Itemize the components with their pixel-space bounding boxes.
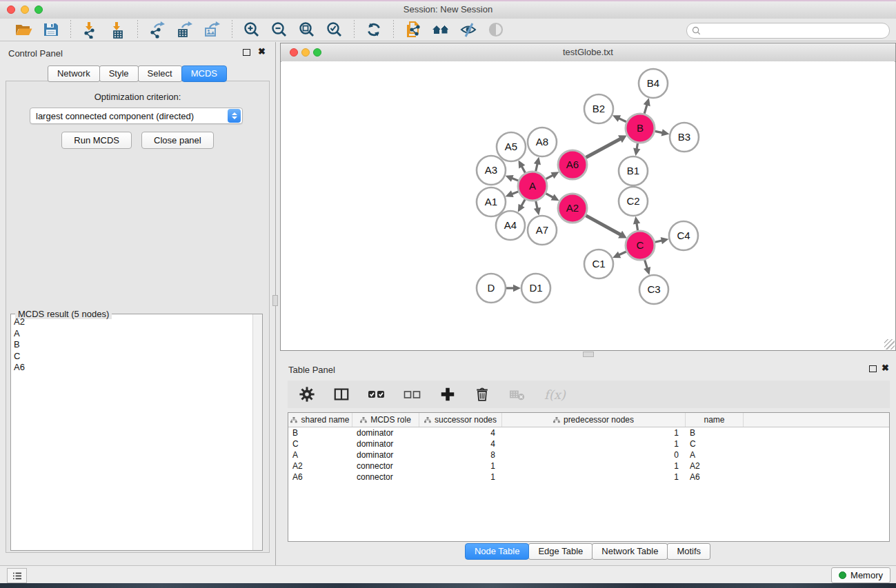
result-item-b[interactable]: B — [11, 339, 253, 351]
select-all-rows-button[interactable] — [368, 385, 386, 403]
node-A6[interactable]: A6 — [558, 150, 587, 179]
table-settings-button[interactable] — [299, 386, 315, 403]
column-visibility-button[interactable] — [333, 386, 350, 403]
close-table-panel-icon[interactable]: ✖ — [882, 363, 889, 373]
tab-mcds[interactable]: MCDS — [181, 65, 227, 82]
delete-column-button[interactable] — [474, 385, 490, 403]
deselect-all-rows-button[interactable] — [404, 385, 421, 403]
edge-A-A1[interactable] — [506, 190, 519, 197]
zoom-selected-button[interactable] — [321, 19, 348, 40]
import-network-button[interactable] — [77, 19, 104, 40]
float-panel-icon[interactable] — [243, 49, 250, 56]
edge-A-A4[interactable] — [518, 199, 525, 212]
window-resize-grip[interactable] — [884, 339, 895, 349]
node-C4[interactable]: C4 — [669, 221, 698, 250]
edge-A2-C[interactable] — [586, 216, 626, 239]
node-B[interactable]: B — [626, 114, 655, 143]
edge-D-D1[interactable] — [506, 285, 521, 292]
node-B3[interactable]: B3 — [670, 123, 699, 152]
new-network-from-selection-button[interactable] — [399, 19, 427, 40]
edge-C-C2[interactable] — [633, 216, 640, 231]
tab-motifs[interactable]: Motifs — [667, 543, 710, 560]
network-window-titlebar[interactable]: testGlobe.txt — [281, 43, 895, 62]
edge-A6-B[interactable] — [586, 135, 626, 157]
node-A3[interactable]: A3 — [477, 156, 506, 185]
node-A[interactable]: A — [518, 172, 547, 201]
node-table[interactable]: shared nameMCDS rolesuccessor nodesprede… — [288, 412, 890, 542]
zoom-out-button[interactable] — [266, 19, 293, 40]
result-scrollbar[interactable] — [252, 314, 262, 550]
tab-edge-table[interactable]: Edge Table — [528, 543, 593, 560]
node-B1[interactable]: B1 — [619, 156, 648, 185]
edge-A-A6[interactable] — [546, 172, 559, 179]
tab-select[interactable]: Select — [138, 65, 182, 82]
criterion-dropdown[interactable]: largest connected component (directed) — [30, 108, 243, 124]
result-item-a2[interactable]: A2 — [11, 316, 253, 328]
node-C[interactable]: C — [626, 231, 655, 260]
edge-C-C1[interactable] — [613, 252, 626, 258]
zoom-fit-button[interactable] — [293, 19, 321, 40]
table-row-c[interactable]: Cdominator41C — [288, 438, 889, 449]
edge-A-A2[interactable] — [546, 194, 559, 201]
memory-button[interactable]: Memory — [831, 567, 890, 583]
table-row-a2[interactable]: A2connector11A2 — [288, 460, 889, 472]
horizontal-splitter-grip[interactable] — [583, 352, 594, 357]
import-table-button[interactable] — [104, 19, 132, 40]
table-row-b[interactable]: Bdominator41B — [288, 427, 889, 438]
save-session-button[interactable] — [37, 19, 65, 40]
edge-B-B1[interactable] — [633, 143, 640, 156]
edge-C-C3[interactable] — [644, 260, 650, 275]
edge-A-A7[interactable] — [534, 201, 541, 215]
table-row-a6[interactable]: A6connector11A6 — [288, 472, 889, 483]
column-header-successor-nodes[interactable]: successor nodes — [419, 413, 502, 427]
export-image-button[interactable] — [199, 19, 226, 40]
node-A5[interactable]: A5 — [497, 132, 526, 161]
result-item-c[interactable]: C — [11, 351, 253, 363]
node-B2[interactable]: B2 — [584, 94, 613, 123]
tab-network[interactable]: Network — [48, 65, 100, 82]
node-C1[interactable]: C1 — [584, 250, 613, 278]
node-A2[interactable]: A2 — [558, 194, 587, 223]
result-item-a6[interactable]: A6 — [11, 362, 253, 374]
column-header-name[interactable]: name — [686, 413, 744, 427]
float-table-panel-icon[interactable] — [869, 365, 877, 372]
create-column-button[interactable] — [439, 386, 456, 403]
node-C3[interactable]: C3 — [639, 275, 668, 304]
result-item-a[interactable]: A — [11, 328, 253, 340]
node-D1[interactable]: D1 — [521, 274, 550, 303]
edge-B-B2[interactable] — [613, 115, 626, 121]
close-panel-button[interactable]: Close panel — [141, 132, 214, 149]
column-header-predecessor-nodes[interactable]: predecessor nodes — [502, 413, 686, 427]
search-input[interactable] — [701, 25, 889, 37]
node-A4[interactable]: A4 — [496, 211, 525, 240]
edge-B-B4[interactable] — [644, 98, 650, 114]
column-header-MCDS-role[interactable]: MCDS role — [352, 413, 419, 427]
edge-C-C4[interactable] — [655, 237, 668, 244]
hide-graphics-details-button[interactable] — [455, 19, 482, 40]
node-A8[interactable]: A8 — [528, 128, 557, 156]
edge-B-B3[interactable] — [655, 129, 670, 136]
apply-layout-button[interactable] — [360, 19, 388, 40]
node-B4[interactable]: B4 — [639, 69, 668, 98]
open-session-button[interactable] — [10, 19, 37, 40]
edge-A-A5[interactable] — [519, 160, 526, 172]
export-table-button[interactable] — [171, 19, 199, 40]
tab-network-table[interactable]: Network Table — [592, 543, 668, 560]
node-D[interactable]: D — [477, 274, 506, 303]
node-A7[interactable]: A7 — [528, 216, 557, 245]
edge-A-A8[interactable] — [534, 156, 541, 171]
node-C2[interactable]: C2 — [619, 187, 648, 216]
task-history-button[interactable] — [7, 568, 27, 583]
tab-node-table[interactable]: Node Table — [465, 543, 530, 560]
table-row-a[interactable]: Adominator80A — [288, 449, 889, 460]
zoom-in-button[interactable] — [238, 19, 266, 40]
run-mcds-button[interactable]: Run MCDS — [61, 132, 132, 149]
export-network-button[interactable] — [143, 19, 171, 40]
column-header-shared-name[interactable]: shared name — [288, 413, 352, 427]
tab-style[interactable]: Style — [99, 65, 139, 82]
close-panel-icon[interactable]: ✖ — [258, 47, 266, 57]
mcds-result-list[interactable]: A2ABCA6 — [11, 316, 253, 550]
edge-A-A3[interactable] — [506, 175, 519, 182]
network-canvas[interactable]: B4B2BB3A8A5A6A3B1AA1C2A2A4A7C4CC1DD1C3 — [281, 61, 895, 349]
search-box[interactable] — [686, 23, 890, 39]
